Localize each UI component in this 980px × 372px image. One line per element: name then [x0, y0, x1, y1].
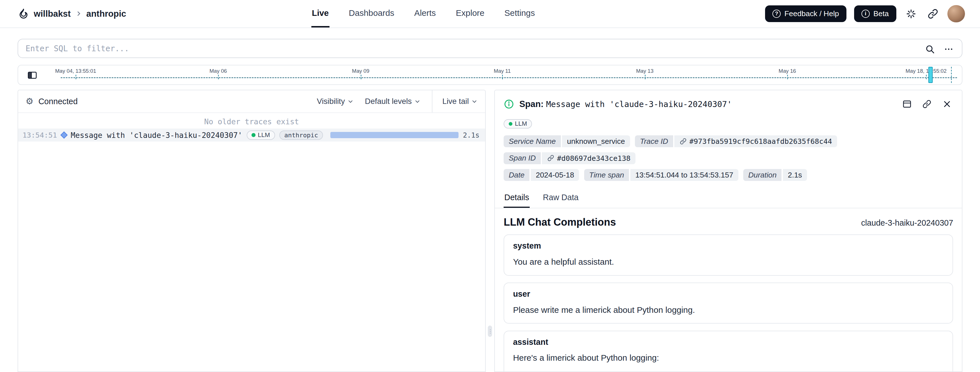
span-attributes-row-1: Service Name unknown_service Trace ID #9…	[495, 133, 962, 167]
sql-filter-input[interactable]	[18, 39, 963, 58]
link-icon[interactable]	[547, 154, 554, 161]
splitter-grip-icon[interactable]: ⋮	[488, 326, 492, 337]
attr-date: Date 2024-05-18	[504, 169, 579, 181]
message-role: assistant	[513, 337, 944, 347]
main-split: ⚙ Connected Visibility Default levels Li…	[18, 90, 963, 372]
attr-trace-id: Trace ID #973fba5919cf9c618aafdb2635f68c…	[635, 135, 837, 147]
span-detail-panel: Span: Message with 'claude-3-haiku-20240…	[494, 90, 963, 372]
sql-filter-bar	[0, 28, 980, 58]
no-older-traces-message: No older traces exist	[18, 113, 485, 128]
open-panel-icon[interactable]	[900, 98, 913, 111]
traces-panel-header: ⚙ Connected Visibility Default levels Li…	[18, 90, 485, 113]
span-llm-badge: LLM	[504, 119, 532, 128]
timeline-tick: May 09	[352, 68, 369, 74]
nav-tab-alerts[interactable]: Alerts	[414, 0, 436, 27]
live-tail-dropdown[interactable]: Live tail	[432, 90, 478, 112]
attr-time-span: Time span 13:54:51.044 to 13:54:53.157	[584, 169, 738, 181]
link-icon[interactable]	[679, 138, 687, 145]
top-right-actions: ? Feedback / Help i Beta	[765, 5, 965, 23]
model-name: claude-3-haiku-20240307	[861, 218, 953, 228]
message-text: You are a helpful assistant.	[513, 256, 944, 268]
span-header: Span: Message with 'claude-3-haiku-20240…	[495, 90, 962, 115]
trace-duration-bar	[330, 132, 458, 138]
feedback-help-button[interactable]: ? Feedback / Help	[765, 5, 846, 22]
attr-duration: Duration 2.1s	[743, 169, 807, 181]
tab-details[interactable]: Details	[504, 190, 530, 207]
timeline-selection-edge[interactable]	[951, 67, 951, 83]
nav-tab-settings[interactable]: Settings	[504, 0, 536, 27]
attr-span-id: Span ID #d08697de343ce138	[504, 152, 635, 164]
gear-icon[interactable]: ⚙	[25, 97, 33, 106]
breadcrumb-project[interactable]: anthropic	[86, 9, 126, 19]
message-role: user	[513, 289, 944, 299]
timeline-tick: May 13	[636, 68, 653, 74]
green-dot-icon	[251, 133, 255, 137]
traces-panel: ⚙ Connected Visibility Default levels Li…	[18, 90, 486, 372]
scope-badge: anthropic	[279, 130, 323, 140]
nav-tab-explore[interactable]: Explore	[455, 0, 485, 27]
timeline-tick: May 04, 13:55:01	[55, 68, 96, 74]
logfire-logo-icon[interactable]	[18, 8, 30, 20]
beta-button[interactable]: i Beta	[854, 5, 896, 22]
copy-link-icon[interactable]	[921, 98, 933, 111]
timeline-tick: May 11	[494, 68, 511, 74]
span-diamond-icon	[60, 131, 67, 139]
nav-tab-live[interactable]: Live	[311, 0, 329, 27]
timeline-tick: May 06	[210, 68, 227, 74]
breadcrumb-chevron-icon	[75, 10, 82, 17]
span-title: Span: Message with 'claude-3-haiku-20240…	[519, 99, 732, 109]
llm-section-header: LLM Chat Completions claude-3-haiku-2024…	[495, 208, 962, 235]
timeline-selection[interactable]	[928, 67, 933, 83]
ellipsis-menu-icon[interactable]	[943, 43, 955, 55]
green-dot-icon	[509, 122, 512, 126]
message-card-assistant: assistant Here's a limerick about Python…	[504, 331, 953, 372]
info-circle-icon: i	[861, 9, 870, 18]
llm-tag-badge: LLM	[247, 130, 275, 140]
theme-sparkle-icon[interactable]	[904, 6, 918, 21]
main-nav: Live Dashboards Alerts Explore Settings	[311, 0, 536, 27]
message-text: Here's a limerick about Python logging:	[513, 352, 944, 364]
breadcrumb-org[interactable]: willbakst	[34, 9, 71, 19]
timeline-dashed-baseline	[61, 77, 957, 78]
default-levels-dropdown[interactable]: Default levels	[365, 90, 420, 112]
message-text: Please write me a limerick about Python …	[513, 304, 944, 316]
sidebar-toggle-icon[interactable]	[25, 68, 38, 82]
attr-service-name: Service Name unknown_service	[504, 135, 630, 147]
search-icon[interactable]	[924, 43, 936, 55]
panel-splitter[interactable]: ⋮	[486, 90, 495, 372]
top-nav-bar: willbakst anthropic Live Dashboards Aler…	[0, 0, 980, 28]
question-circle-icon: ?	[772, 9, 781, 18]
span-tabs: Details Raw Data	[495, 184, 962, 208]
timeline-tick: May 16	[779, 68, 796, 74]
message-role: system	[513, 241, 944, 250]
timeline-tick: May 18, 13:55:02	[905, 68, 947, 74]
trace-duration: 2.1s	[463, 131, 480, 139]
message-card-user: user Please write me a limerick about Py…	[504, 283, 953, 324]
trace-title: Message with 'claude-3-haiku-20240307'	[71, 131, 242, 139]
trace-timestamp: 13:54:51	[22, 131, 57, 139]
chevron-down-icon	[347, 98, 353, 104]
visibility-dropdown[interactable]: Visibility	[317, 90, 353, 112]
chevron-down-icon	[471, 98, 477, 104]
timeline-track[interactable]: May 04, 13:55:01 May 06 May 09 May 11 Ma…	[18, 65, 963, 85]
nav-tab-dashboards[interactable]: Dashboards	[348, 0, 395, 27]
share-link-icon[interactable]	[926, 6, 940, 21]
span-info-icon	[504, 99, 514, 109]
tab-raw-data[interactable]: Raw Data	[542, 190, 579, 207]
message-text: There once was a coder who knew, Logging…	[513, 369, 944, 372]
close-icon[interactable]	[940, 98, 953, 111]
trace-row[interactable]: 13:54:51 Message with 'claude-3-haiku-20…	[18, 128, 485, 142]
span-attributes-row-2: Date 2024-05-18 Time span 13:54:51.044 t…	[495, 167, 962, 184]
chevron-down-icon	[414, 98, 420, 104]
message-card-system: system You are a helpful assistant.	[504, 234, 953, 275]
user-avatar[interactable]	[947, 5, 965, 23]
breadcrumb: willbakst anthropic	[18, 8, 126, 20]
connection-status: Connected	[38, 97, 78, 106]
section-title: LLM Chat Completions	[504, 216, 616, 228]
